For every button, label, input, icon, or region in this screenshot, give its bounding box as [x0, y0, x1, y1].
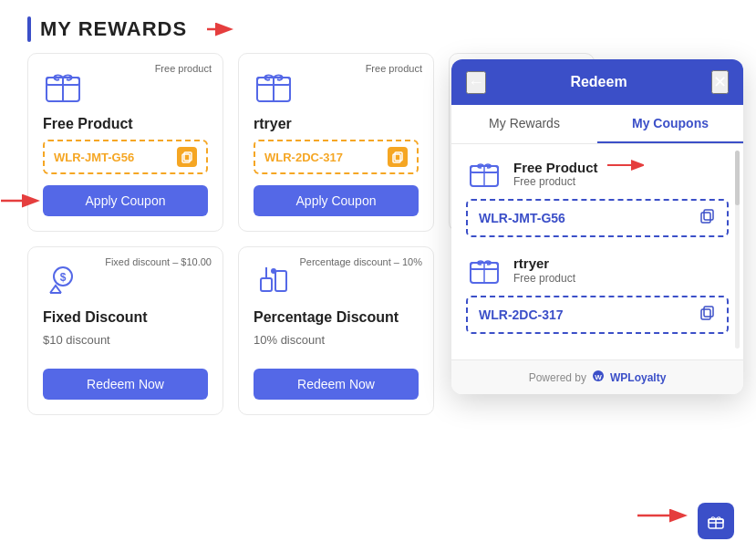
panel-item-1-name: Free Product	[513, 160, 598, 175]
pct-badge: Percentage discount – 10%	[299, 256, 422, 267]
panel-scrollbar	[735, 151, 740, 349]
footer-logo-icon: W	[592, 370, 605, 385]
panel-coupon-box-2: WLR-2DC-317	[466, 296, 729, 334]
panel-item-2-info: rtryer Free product	[513, 255, 575, 285]
panel-coupon-box-1: WLR-JMT-G56	[466, 199, 729, 237]
panel-coupon-code-2: WLR-2DC-317	[479, 307, 564, 322]
panel-item-2-header: rtryer Free product	[466, 252, 729, 288]
card-badge-2: Free product	[366, 63, 422, 74]
apply-coupon-btn-2[interactable]: Apply Coupon	[254, 185, 419, 216]
svg-text:W: W	[595, 373, 602, 381]
panel-title: Redeem	[570, 74, 627, 90]
free-product-card-2: Free product rtryer WLR-2DC-317 Apply Co…	[238, 53, 434, 232]
fixed-discount-card: Fixed discount – $10.00 $ Fixed Discount…	[27, 246, 223, 415]
panel-item-2-name: rtryer	[513, 255, 549, 271]
redeem-panel: ← Redeem ✕ My Rewards My Coupons	[451, 59, 743, 394]
free-product-title-1: Free Product	[43, 116, 208, 132]
panel-copy-icon-2[interactable]	[699, 305, 716, 325]
apply-arrow-1	[0, 193, 43, 209]
coupon-code-2: WLR-2DC-317	[264, 151, 343, 164]
page-header: MY REWARDS	[0, 0, 756, 53]
pct-discount-subtitle: 10% discount	[254, 333, 419, 347]
redeem-fixed-btn[interactable]: Redeem Now	[43, 369, 208, 400]
svg-rect-25	[704, 210, 713, 220]
rtryer-title: rtryer	[254, 116, 419, 132]
panel-footer: Powered by W WPLoyalty	[451, 359, 743, 394]
panel-item-1-icon	[466, 155, 502, 192]
coupon-box-1: WLR-JMT-G56	[43, 140, 208, 174]
svg-rect-29	[701, 309, 710, 319]
panel-close-btn[interactable]: ✕	[711, 70, 729, 94]
title-bar: MY REWARDS	[27, 16, 236, 42]
tab-my-coupons[interactable]: My Coupons	[597, 105, 743, 143]
panel-item-2-type: Free product	[513, 272, 575, 285]
panel-tabs: My Rewards My Coupons	[451, 105, 743, 144]
panel-item-1-header: Free Product Free product	[466, 155, 729, 192]
coupon-code-1: WLR-JMT-G56	[54, 151, 134, 164]
fixed-discount-subtitle: $10 discount	[43, 333, 208, 347]
svg-rect-17	[261, 278, 272, 291]
page-title: MY REWARDS	[40, 17, 187, 41]
panel-copy-icon-1[interactable]	[699, 208, 716, 228]
svg-text:$: $	[60, 271, 67, 284]
redeem-pct-btn[interactable]: Redeem Now	[254, 369, 419, 400]
svg-point-19	[271, 268, 276, 274]
fixed-badge: Fixed discount – $10.00	[105, 256, 212, 267]
svg-rect-24	[701, 213, 710, 223]
title-accent	[27, 16, 31, 42]
title-arrow-icon	[203, 21, 236, 37]
gift-button[interactable]	[698, 503, 734, 539]
coupon-box-2: WLR-2DC-317	[254, 140, 419, 174]
panel-header: ← Redeem ✕	[451, 59, 743, 105]
tab-my-rewards[interactable]: My Rewards	[451, 105, 597, 143]
svg-rect-18	[275, 271, 286, 291]
panel-scroll-thumb	[735, 151, 740, 205]
free-product-card-1: Free product Free Product WLR-JMT-G56	[27, 53, 223, 232]
card-badge-1: Free product	[155, 63, 212, 74]
panel-item-1-info: Free Product Free product	[513, 159, 649, 188]
percentage-discount-card: Percentage discount – 10% Percentage Dis…	[238, 246, 434, 415]
free-product-icon-1	[43, 67, 83, 107]
fixed-discount-icon: $	[43, 260, 83, 300]
panel-back-btn[interactable]: ←	[466, 71, 486, 94]
apply-coupon-btn-1[interactable]: Apply Coupon	[43, 185, 208, 216]
panel-item-2: rtryer Free product WLR-2DC-317	[466, 252, 729, 334]
panel-item-1: Free Product Free product WLR-JMT-G56	[466, 155, 729, 237]
svg-rect-30	[704, 307, 713, 317]
pct-discount-title: Percentage Discount	[254, 309, 419, 326]
panel-content: Free Product Free product WLR-JMT-G56	[451, 144, 743, 359]
free-product-icon-2	[254, 67, 294, 107]
fixed-discount-title: Fixed Discount	[43, 309, 208, 326]
copy-coupon-2[interactable]	[388, 147, 408, 167]
gift-arrow	[636, 508, 690, 526]
copy-coupon-1[interactable]	[177, 147, 197, 167]
footer-powered-by: Powered by	[529, 371, 586, 384]
panel-item-2-icon	[466, 252, 502, 288]
panel-item-1-arrow	[606, 159, 649, 175]
panel-item-1-type: Free product	[513, 175, 649, 188]
percentage-discount-icon	[254, 260, 294, 300]
panel-coupon-code-1: WLR-JMT-G56	[479, 211, 565, 225]
apply-row-1: Apply Coupon	[43, 185, 208, 216]
footer-brand: WPLoyalty	[610, 371, 666, 384]
